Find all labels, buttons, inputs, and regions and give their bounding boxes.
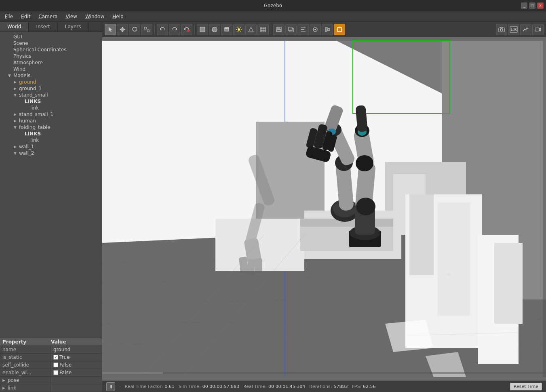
- prop-value-link: [51, 384, 102, 392]
- prop-key-pose[interactable]: ▶ pose: [0, 377, 51, 384]
- tool-mesh[interactable]: [245, 24, 257, 35]
- tree-item-models[interactable]: ▼ Models: [0, 72, 102, 79]
- tree-item-stand-small-1[interactable]: ▶ stand_small_1: [0, 111, 102, 118]
- props-col-property: Property: [2, 339, 51, 345]
- minimize-button[interactable]: _: [521, 2, 527, 9]
- link-label: link: [8, 385, 16, 391]
- enable-wind-checkbox[interactable]: [53, 370, 58, 375]
- tool-video[interactable]: [532, 24, 544, 35]
- self-collide-checkbox[interactable]: [53, 362, 58, 367]
- expand-arrow-human: ▶: [14, 119, 18, 123]
- viewport[interactable]: [102, 37, 546, 381]
- menu-help[interactable]: Help: [109, 13, 126, 20]
- tree-item-atmosphere[interactable]: Atmosphere: [0, 59, 102, 66]
- tool-translate[interactable]: [117, 24, 128, 35]
- svg-rect-63: [438, 202, 470, 316]
- svg-rect-62: [409, 194, 434, 275]
- tool-align-left[interactable]: [297, 24, 309, 35]
- maximize-button[interactable]: □: [529, 2, 535, 9]
- self-collide-label: False: [59, 362, 72, 368]
- tool-graph[interactable]: [520, 24, 531, 35]
- svg-point-33: [314, 29, 316, 30]
- prop-key-link[interactable]: ▶ link: [0, 384, 51, 392]
- tree-item-scene[interactable]: Scene: [0, 40, 102, 46]
- tool-scale[interactable]: [141, 24, 152, 35]
- tree-label-folding-table: folding_table: [19, 124, 50, 130]
- tool-sphere[interactable]: [209, 24, 220, 35]
- tree-item-wall2[interactable]: ▼ wall_2: [0, 150, 102, 156]
- prop-value-name: ground: [51, 346, 102, 353]
- svg-rect-1: [147, 30, 149, 32]
- tree-item-wind[interactable]: Wind: [0, 66, 102, 72]
- menu-edit[interactable]: Edit: [18, 13, 34, 20]
- tree-item-link1[interactable]: link: [0, 105, 102, 111]
- tree-item-ground[interactable]: ▶ ground: [0, 79, 102, 85]
- reset-time-button[interactable]: Reset Time: [510, 383, 542, 390]
- tree-label-wind: Wind: [13, 66, 25, 72]
- menu-file[interactable]: File: [2, 13, 16, 20]
- tree-label-wall1: wall_1: [19, 144, 34, 150]
- tool-save[interactable]: [273, 24, 285, 35]
- menu-view[interactable]: View: [62, 13, 80, 20]
- tree-item-wall1[interactable]: ▶ wall_1: [0, 143, 102, 150]
- sim-time-value: 00 00:00:57.883: [202, 384, 239, 389]
- prop-value-is-static: ✓ True: [51, 354, 102, 361]
- tool-snap[interactable]: [310, 24, 321, 35]
- tab-layers[interactable]: Layers: [58, 22, 89, 32]
- sep-1: [154, 25, 155, 34]
- tree-label-human: human: [19, 118, 36, 124]
- tool-active-selection[interactable]: [334, 24, 345, 35]
- tree-label-stand-small-1: stand_small_1: [19, 112, 53, 117]
- tool-cylinder[interactable]: [221, 24, 232, 35]
- is-static-checkbox[interactable]: ✓: [53, 355, 58, 360]
- tool-select[interactable]: [105, 24, 116, 35]
- tool-box[interactable]: [197, 24, 208, 35]
- expand-arrow-wall1: ▶: [14, 145, 18, 149]
- tree-item-folding-table[interactable]: ▼ folding_table: [0, 124, 102, 131]
- menu-camera[interactable]: Camera: [35, 13, 61, 20]
- tool-copy[interactable]: [285, 24, 297, 35]
- tool-screenshot[interactable]: [496, 24, 507, 35]
- tool-undo2[interactable]: [181, 24, 192, 35]
- rtf-value: 0.61: [164, 384, 175, 389]
- status-sim-time: Sim Time: 00 00:00:57.883: [179, 384, 239, 389]
- expand-arrow-ground: ▶: [14, 80, 18, 84]
- tool-log[interactable]: LOG: [508, 24, 519, 35]
- tool-redo[interactable]: [169, 24, 180, 35]
- tree-item-spherical[interactable]: Spherical Coordinates: [0, 46, 102, 53]
- tab-world[interactable]: World: [0, 22, 29, 32]
- svg-point-6: [212, 27, 217, 32]
- left-panel: World Insert Layers GUI Scene Spherical …: [0, 22, 102, 392]
- tree-label-gui: GUI: [13, 34, 22, 40]
- tool-undo[interactable]: [157, 24, 168, 35]
- pause-button[interactable]: ⏸: [106, 382, 115, 391]
- prop-value-enable-wind: False: [51, 369, 102, 376]
- status-real-time: Real Time: 00 00:01:45.304: [243, 384, 305, 389]
- tool-rotate[interactable]: [129, 24, 140, 35]
- expand-arrow-models: ▼: [8, 74, 12, 78]
- tree-item-ground1[interactable]: ▶ ground_1: [0, 85, 102, 92]
- svg-line-15: [240, 31, 241, 32]
- tree-label-physics: Physics: [13, 53, 31, 59]
- tree-item-gui[interactable]: GUI: [0, 34, 102, 40]
- tool-align[interactable]: [322, 24, 333, 35]
- tool-light[interactable]: [233, 24, 245, 35]
- svg-rect-71: [239, 257, 248, 274]
- iterations-value: 57883: [333, 384, 348, 389]
- expand-arrow-ground1: ▶: [14, 86, 18, 91]
- real-time-label: Real Time:: [243, 384, 267, 389]
- tree-label-link1: link: [30, 105, 39, 111]
- close-button[interactable]: ✕: [537, 2, 544, 9]
- svg-rect-43: [535, 28, 539, 31]
- svg-point-8: [225, 27, 229, 29]
- window-controls[interactable]: _ □ ✕: [521, 2, 544, 9]
- tab-insert[interactable]: Insert: [29, 22, 57, 32]
- tree-item-human[interactable]: ▶ human: [0, 118, 102, 124]
- tree-item-physics[interactable]: Physics: [0, 53, 102, 59]
- tree-item-stand-small[interactable]: ▼ stand_small: [0, 92, 102, 98]
- sep-3: [271, 25, 271, 34]
- menu-window[interactable]: Window: [82, 13, 108, 20]
- tool-grid-toggle[interactable]: [257, 24, 269, 35]
- tree-item-link2[interactable]: link: [0, 137, 102, 143]
- props-col-value: Value: [51, 339, 99, 345]
